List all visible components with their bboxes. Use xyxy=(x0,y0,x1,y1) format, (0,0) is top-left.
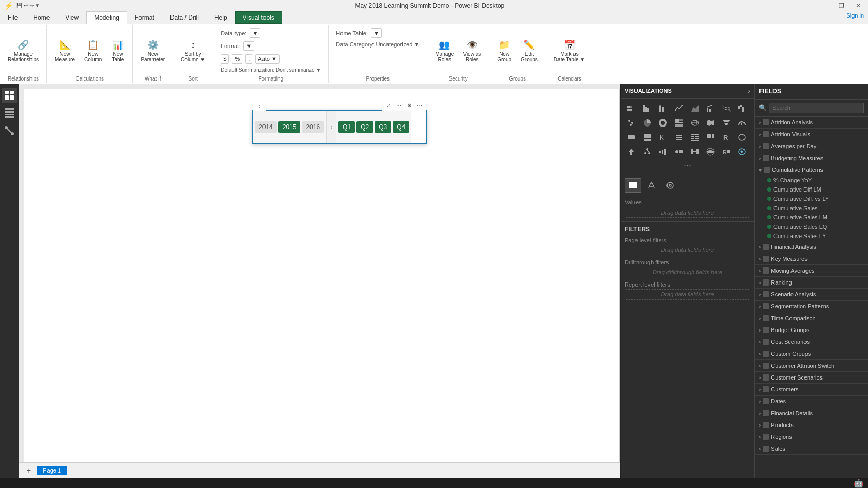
field-group-header-scenario-analysis[interactable]: ›Scenario Analysis xyxy=(755,289,868,300)
field-item[interactable]: Cumulative Sales LY xyxy=(755,231,868,241)
quarter-q1-btn[interactable]: Q1 xyxy=(338,121,355,133)
viz-more6[interactable] xyxy=(735,145,749,159)
field-group-header-customer-attrition-switch[interactable]: ›Customer Attrition Switch xyxy=(755,360,868,371)
viz-ai1[interactable] xyxy=(625,145,638,159)
tab-data-drill[interactable]: Data / Drill xyxy=(162,11,207,24)
viz-clustered-bar[interactable] xyxy=(641,102,654,115)
values-drop-zone[interactable]: Drag data fields here xyxy=(625,208,750,218)
viz-stacked-bar[interactable] xyxy=(625,102,638,115)
widget-options-btn[interactable]: ⋯ xyxy=(394,101,404,110)
field-group-header-financial-analysis[interactable]: ›Financial Analysis xyxy=(755,241,868,253)
copilot-icon[interactable]: 🤖 xyxy=(854,478,864,488)
page-level-drop[interactable]: Drag data fields here xyxy=(625,245,750,255)
viz-ai2[interactable] xyxy=(641,145,654,159)
field-group-header-customer-scenarios[interactable]: ›Customer Scenarios xyxy=(755,372,868,383)
field-group-header-cost-scenarios[interactable]: ›Cost Scenarios xyxy=(755,336,868,348)
field-group-header-customers[interactable]: ›Customers xyxy=(755,384,868,395)
sign-in-button[interactable]: Sign in xyxy=(842,11,868,24)
widget-more-btn[interactable]: ⋯ xyxy=(415,101,424,110)
field-group-header-time-comparison[interactable]: ›Time Comparison xyxy=(755,312,868,324)
restore-btn[interactable]: ❐ xyxy=(835,2,847,9)
year-2014-btn[interactable]: 2014 xyxy=(255,121,277,133)
tab-view[interactable]: View xyxy=(57,11,86,24)
viz-funnel[interactable] xyxy=(720,116,733,130)
new-table-btn[interactable]: 📊 NewTable xyxy=(107,37,128,64)
viz-card[interactable] xyxy=(625,131,638,144)
quarter-q4-btn[interactable]: Q4 xyxy=(393,121,409,133)
viz-line-chart[interactable] xyxy=(672,102,686,115)
viz-more5[interactable]: R xyxy=(720,145,733,159)
viz-multi-row-card[interactable] xyxy=(641,131,654,144)
tab-help[interactable]: Help xyxy=(207,11,235,24)
field-item[interactable]: % Change YoY xyxy=(755,176,868,185)
viz-more2[interactable] xyxy=(672,145,686,159)
viz-waterfall[interactable] xyxy=(735,102,749,115)
tab-home[interactable]: Home xyxy=(25,11,57,24)
viz-more1[interactable] xyxy=(656,145,670,159)
viz-pie[interactable] xyxy=(641,116,654,130)
manage-relationships-btn[interactable]: 🔗 ManageRelationships xyxy=(4,37,42,64)
report-level-drop[interactable]: Drag data fields here xyxy=(625,289,750,300)
viz-fields-btn[interactable] xyxy=(625,178,641,193)
viz-gauge[interactable] xyxy=(735,116,749,130)
viz-analytics-btn[interactable] xyxy=(662,178,678,193)
close-btn[interactable]: ✕ xyxy=(853,2,864,9)
quarter-q3-btn[interactable]: Q3 xyxy=(375,121,391,133)
year-2016-btn[interactable]: 2016 xyxy=(302,121,324,133)
viz-filled-map[interactable] xyxy=(704,116,717,130)
new-column-btn[interactable]: 📋 NewColumn xyxy=(81,37,105,64)
drillthrough-drop[interactable]: Drag drillthrough fields here xyxy=(625,267,750,277)
view-as-roles-btn[interactable]: 👁️ View asRoles xyxy=(459,37,485,64)
home-table-dropdown[interactable]: ▼ xyxy=(371,28,382,38)
field-group-header-regions[interactable]: ›Regions xyxy=(755,431,868,443)
viz-scatter[interactable] xyxy=(625,116,638,130)
widget-options2-btn[interactable]: ⚙ xyxy=(405,101,414,110)
field-group-header-averages-per-day[interactable]: ›Averages per Day xyxy=(755,140,868,152)
nav-report-view[interactable] xyxy=(2,88,17,103)
slicer-widget[interactable]: ⋮ ⤢ ⋯ ⚙ ⋯ 2014 2015 2016 xyxy=(252,110,427,144)
field-group-header-budget-groups[interactable]: ›Budget Groups xyxy=(755,324,868,336)
viz-kpi[interactable]: K xyxy=(656,131,670,144)
add-page-btn[interactable]: + xyxy=(23,465,35,476)
viz-area-chart[interactable] xyxy=(688,102,702,115)
new-group-btn[interactable]: 📁 NewGroup xyxy=(493,37,515,64)
field-item[interactable]: Cumulative Sales xyxy=(755,203,868,213)
widget-move-btn[interactable]: ⋮ xyxy=(255,101,264,110)
tab-visual-tools[interactable]: Visual tools xyxy=(235,11,282,24)
viz-slicer[interactable] xyxy=(672,131,686,144)
viz-map[interactable] xyxy=(688,116,702,130)
viz-stacked-column[interactable] xyxy=(656,102,670,115)
mark-date-table-btn[interactable]: 📅 Mark asDate Table ▼ xyxy=(550,37,588,64)
viz-table[interactable] xyxy=(688,131,702,144)
viz-panel-expand[interactable]: › xyxy=(748,87,750,95)
tab-format[interactable]: Format xyxy=(127,11,162,24)
viz-more-btn[interactable]: ··· xyxy=(625,159,750,171)
field-group-header-ranking[interactable]: ›Ranking xyxy=(755,277,868,288)
nav-data-view[interactable] xyxy=(2,105,17,121)
field-item[interactable]: Cumulative Diff LM xyxy=(755,185,868,194)
page-1-btn[interactable]: Page 1 xyxy=(37,466,67,475)
field-group-header-attrition-visuals[interactable]: ›Attrition Visuals xyxy=(755,129,868,140)
sort-by-column-btn[interactable]: ↕️ Sort byColumn ▼ xyxy=(177,37,209,64)
percent-dropdown[interactable]: % xyxy=(232,54,242,64)
comma-dropdown[interactable]: , xyxy=(245,54,252,64)
viz-more3[interactable] xyxy=(688,145,702,159)
format-dropdown[interactable]: ▼ xyxy=(243,41,254,51)
field-group-header-products[interactable]: ›Products xyxy=(755,419,868,431)
viz-donut[interactable] xyxy=(656,116,670,130)
year-2015-btn[interactable]: 2015 xyxy=(278,121,301,133)
field-group-header-financial-details[interactable]: ›Financial Details xyxy=(755,407,868,419)
field-group-header-budgeting-measures[interactable]: ›Budgeting Measures xyxy=(755,152,868,164)
fields-search-input[interactable] xyxy=(769,103,864,113)
minimize-btn[interactable]: ─ xyxy=(819,2,830,9)
manage-roles-btn[interactable]: 👥 ManageRoles xyxy=(431,37,457,64)
field-group-header-dates[interactable]: ›Dates xyxy=(755,396,868,407)
nav-relationships-view[interactable] xyxy=(2,123,17,138)
data-type-dropdown[interactable]: ▼ xyxy=(250,28,260,38)
edit-groups-btn[interactable]: ✏️ EditGroups xyxy=(517,37,541,64)
field-group-header-sales[interactable]: ›Sales xyxy=(755,443,868,454)
viz-r-visual[interactable]: R xyxy=(720,131,733,144)
auto-dropdown[interactable]: Auto ▼ xyxy=(255,54,280,64)
quarter-q2-btn[interactable]: Q2 xyxy=(357,121,373,133)
field-group-header-segmentation-patterns[interactable]: ›Segmentation Patterns xyxy=(755,301,868,312)
